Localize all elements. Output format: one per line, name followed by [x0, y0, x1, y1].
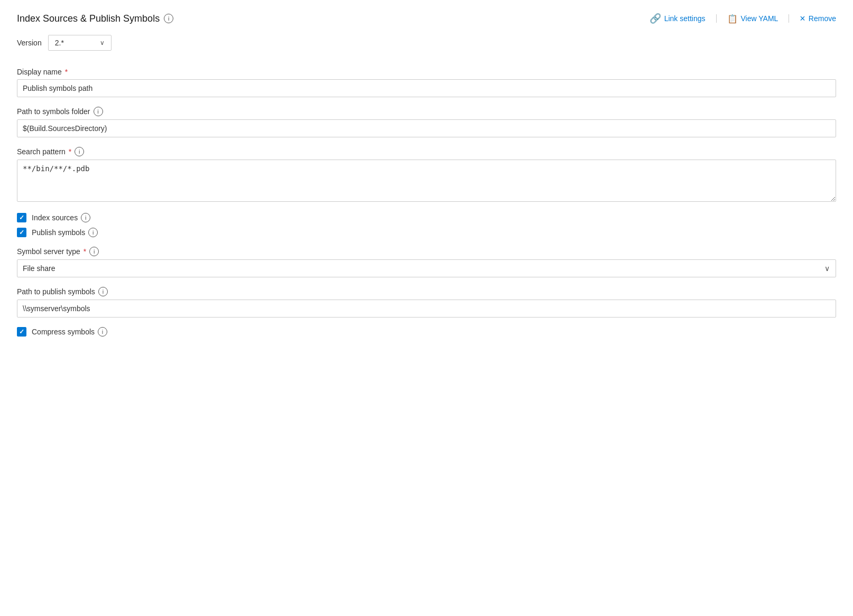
publish-symbols-row: Publish symbols i — [17, 228, 836, 237]
index-sources-row: Index sources i — [17, 213, 836, 222]
version-row: Version 2.* ∨ — [17, 35, 836, 51]
display-name-input[interactable] — [17, 79, 836, 97]
search-pattern-required: * — [69, 147, 71, 156]
remove-button[interactable]: × Remove — [800, 13, 836, 24]
view-yaml-label: View YAML — [741, 14, 778, 23]
page-title-info-icon[interactable]: i — [164, 14, 173, 23]
path-publish-symbols-section: Path to publish symbols i — [17, 287, 836, 318]
path-publish-symbols-input[interactable] — [17, 300, 836, 318]
remove-label: Remove — [809, 14, 836, 23]
version-select[interactable]: 2.* ∨ — [48, 35, 112, 51]
path-publish-symbols-label: Path to publish symbols — [17, 287, 95, 296]
link-settings-label: Link settings — [664, 14, 706, 23]
path-publish-symbols-info-icon[interactable]: i — [98, 287, 108, 296]
path-publish-symbols-label-row: Path to publish symbols i — [17, 287, 836, 296]
remove-icon: × — [800, 13, 805, 24]
compress-symbols-checkbox-wrapper[interactable] — [17, 327, 26, 337]
symbol-server-type-select-wrapper: File share Azure Artifacts ∨ — [17, 259, 836, 277]
version-value: 2.* — [55, 39, 64, 47]
divider-2 — [789, 14, 789, 23]
compress-symbols-label: Compress symbols — [32, 328, 95, 336]
version-chevron-icon: ∨ — [100, 39, 105, 46]
search-pattern-textarea[interactable]: **/bin/**/*.pdb — [17, 160, 836, 202]
link-settings-button[interactable]: 🔗 Link settings — [650, 13, 706, 24]
publish-symbols-checkbox-wrapper[interactable] — [17, 228, 26, 237]
symbol-server-type-select[interactable]: File share Azure Artifacts — [17, 259, 836, 277]
search-pattern-label: Search pattern — [17, 147, 66, 156]
search-pattern-label-row: Search pattern * i — [17, 147, 836, 156]
symbol-server-type-info-icon[interactable]: i — [89, 247, 99, 256]
compress-symbols-label-row: Compress symbols i — [32, 327, 107, 337]
publish-symbols-info-icon[interactable]: i — [88, 228, 98, 237]
path-symbols-folder-label-row: Path to symbols folder i — [17, 107, 836, 116]
publish-symbols-label-row: Publish symbols i — [32, 228, 98, 237]
link-settings-icon: 🔗 — [650, 13, 661, 24]
index-sources-label: Index sources — [32, 213, 78, 222]
search-pattern-info-icon[interactable]: i — [75, 147, 84, 156]
symbol-server-type-label: Symbol server type — [17, 247, 80, 256]
page-title: Index Sources & Publish Symbols — [17, 13, 160, 24]
path-symbols-folder-section: Path to symbols folder i — [17, 107, 836, 137]
version-label: Version — [17, 39, 42, 47]
header-row: Index Sources & Publish Symbols i 🔗 Link… — [17, 13, 836, 24]
path-symbols-folder-label: Path to symbols folder — [17, 107, 90, 116]
display-name-label-row: Display name * — [17, 68, 836, 76]
divider-1 — [716, 14, 717, 23]
index-sources-label-row: Index sources i — [32, 213, 90, 222]
symbol-server-type-required: * — [84, 247, 86, 256]
view-yaml-button[interactable]: 📋 View YAML — [727, 14, 778, 24]
compress-symbols-row: Compress symbols i — [17, 327, 836, 337]
view-yaml-icon: 📋 — [727, 14, 738, 24]
search-pattern-section: Search pattern * i **/bin/**/*.pdb — [17, 147, 836, 203]
display-name-required: * — [65, 68, 68, 76]
header-left: Index Sources & Publish Symbols i — [17, 13, 173, 24]
symbol-server-type-label-row: Symbol server type * i — [17, 247, 836, 256]
index-sources-checkbox-wrapper[interactable] — [17, 213, 26, 222]
publish-symbols-label: Publish symbols — [32, 228, 85, 237]
display-name-label: Display name — [17, 68, 62, 76]
index-sources-info-icon[interactable]: i — [81, 213, 90, 222]
path-symbols-folder-input[interactable] — [17, 119, 836, 137]
display-name-section: Display name * — [17, 68, 836, 97]
header-actions: 🔗 Link settings 📋 View YAML × Remove — [650, 13, 836, 24]
path-symbols-folder-info-icon[interactable]: i — [94, 107, 103, 116]
compress-symbols-info-icon[interactable]: i — [98, 327, 107, 337]
symbol-server-type-section: Symbol server type * i File share Azure … — [17, 247, 836, 277]
